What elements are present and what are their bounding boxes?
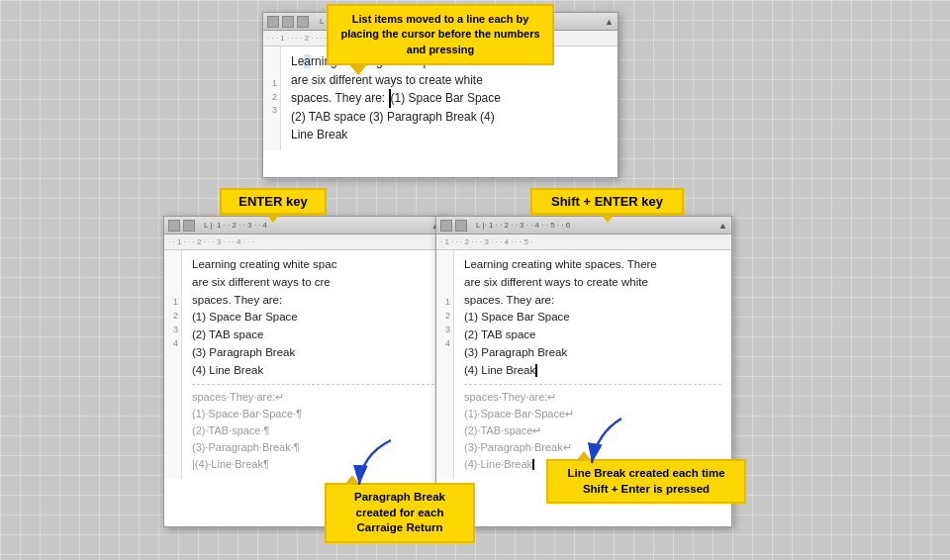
line-break-callout: Line Break created each time Shift + Ent…: [546, 459, 746, 504]
enter-line-1: Learning creating white spac: [192, 256, 434, 274]
enter-para-2: (1)·Space·Bar·Space·¶: [192, 406, 434, 422]
shift-line-7: (4) Line Break: [464, 362, 721, 380]
enter-key-window: L |· 1 · · 2 · · 3 · · 4 ▲ · · 1 · · · 2…: [163, 216, 445, 527]
blue-arrow-linebreak: [582, 414, 636, 468]
shift-line-5: (2) TAB space: [464, 327, 721, 344]
shift-enter-callout: Shift + ENTER key: [530, 188, 684, 215]
line-break-text: Line Break created each time Shift + Ent…: [567, 467, 724, 495]
tb-btn-s2[interactable]: [455, 220, 467, 232]
paragraph-break-callout: Paragraph Break created for each Carraig…: [325, 483, 475, 543]
list-items-callout-text: List items moved to a line each by placi…: [340, 13, 539, 55]
shift-line-1: Learning creating white spaces. There: [464, 256, 721, 274]
shift-line-3: spaces. They are:: [464, 292, 721, 310]
enter-line-5: (2) TAB space: [192, 327, 434, 344]
titlebar-button-3[interactable]: [297, 16, 309, 28]
shift-line-6: (3) Paragraph Break: [464, 344, 721, 362]
blue-arrow-paragraph: [351, 435, 401, 490]
enter-line-7: (4) Line Break: [192, 362, 434, 380]
paragraph-break-text: Paragraph Break created for each Carraig…: [354, 491, 445, 533]
line-numbers-enter: 1 2 3 4: [164, 250, 182, 479]
top-line-5: Line Break: [291, 126, 608, 144]
text-cursor-2: [532, 459, 534, 470]
titlebar-button-2[interactable]: [282, 16, 294, 28]
list-items-callout: List items moved to a line each by placi…: [327, 4, 554, 65]
ruler-enter: · · 1 · · · 2 · · · 3 · · · 4 · · ·: [164, 234, 444, 250]
text-cursor: [535, 364, 537, 377]
line-numbers-top: 1 2 3: [263, 47, 281, 150]
shift-enter-label: Shift + ENTER key: [551, 194, 663, 209]
enter-text-area: Learning creating white spac are six dif…: [182, 250, 444, 479]
shift-line-2: are six different ways to create white: [464, 274, 721, 292]
enter-key-callout: ENTER key: [220, 188, 327, 215]
top-line-4: (2) TAB space (3) Paragraph Break (4): [291, 108, 608, 127]
enter-para-1: spaces·They·are:↵: [192, 389, 434, 406]
they-text: They: [334, 91, 361, 105]
tb-btn-e1[interactable]: [168, 220, 180, 232]
enter-doc-content: 1 2 3 4 Learning creating white spac are…: [164, 250, 444, 479]
enter-line-4: (1) Space Bar Space: [192, 309, 434, 327]
tb-btn-s1[interactable]: [440, 220, 452, 232]
enter-key-label: ENTER key: [238, 194, 307, 209]
shift-para-1: spaces·They·are:↵: [464, 389, 721, 406]
top-line-3: spaces. They are: (1) Space Bar Space: [291, 89, 608, 108]
titlebar-shift: L |· 1 · · 2 · · 3 · · 4 · · 5 · · 6 ▲: [436, 217, 731, 234]
shift-line-4: (1) Space Bar Space: [464, 309, 721, 327]
top-line-2: are six different ways to create white: [291, 71, 608, 90]
titlebar-button[interactable]: [267, 16, 279, 28]
titlebar-enter: L |· 1 · · 2 · · 3 · · 4 ▲: [164, 217, 444, 234]
ruler-shift: · 1 · · · 2 · · · 3 · · · 4 · · · 5 ·: [436, 234, 731, 250]
enter-line-6: (3) Paragraph Break: [192, 344, 434, 362]
enter-line-2: are six different ways to cre: [192, 274, 434, 292]
line-numbers-shift: 1 2 3 4: [436, 250, 454, 479]
enter-line-3: spaces. They are:: [192, 292, 434, 310]
tb-btn-e2[interactable]: [183, 220, 195, 232]
